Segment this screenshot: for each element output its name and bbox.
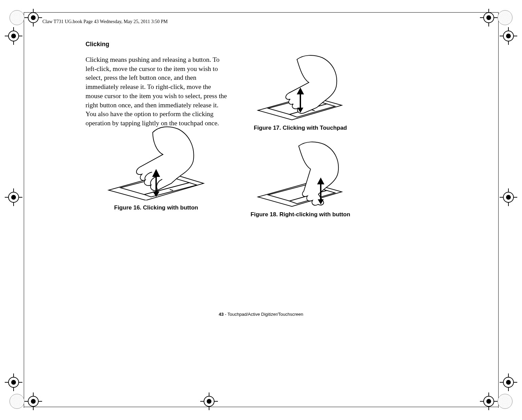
- reg-target-right-mid: [503, 192, 514, 203]
- footer-sep: -: [224, 312, 227, 317]
- reg-target-bottom-right: [483, 396, 494, 407]
- reg-target-left-mid-lower: [8, 377, 19, 388]
- figure-17: Figure 17. Clicking with Touchpad: [244, 53, 356, 131]
- crop-line-left: [24, 12, 24, 408]
- figure-16-caption: Figure 16. Clicking with button: [98, 204, 214, 211]
- corner-radial-bl: [10, 394, 24, 409]
- touchpad-right-click-illustration: [253, 139, 348, 207]
- reg-target-bottom-center: [204, 396, 215, 407]
- corner-radial-tr: [498, 10, 512, 25]
- footer-trail: Touchpad/Active Digitizer/Touchscreen: [227, 312, 303, 317]
- reg-target-top-right: [483, 12, 494, 23]
- page-number: 43: [219, 312, 223, 317]
- page-footer: 43 - Touchpad/Active Digitizer/Touchscre…: [0, 312, 522, 317]
- reg-target-top-left: [28, 12, 39, 23]
- corner-radial-tl: [10, 10, 24, 25]
- reg-target-right-mid-lower: [503, 377, 514, 388]
- figure-18: Figure 18. Right-clicking with button: [244, 139, 356, 218]
- reg-target-left-mid: [8, 192, 19, 203]
- reg-target-bottom-left: [28, 396, 39, 407]
- reg-target-right-mid-upper: [503, 31, 514, 41]
- section-body: Clicking means pushing and releasing a b…: [86, 55, 228, 128]
- figure-16: Figure 16. Clicking with button: [98, 122, 214, 211]
- corner-radial-br: [498, 394, 512, 409]
- crop-line-right: [498, 12, 499, 408]
- figure-17-caption: Figure 17. Clicking with Touchpad: [244, 125, 356, 131]
- figure-18-caption: Figure 18. Right-clicking with button: [244, 211, 356, 218]
- crop-line-top: [24, 12, 498, 13]
- touchpad-tap-illustration: [253, 53, 348, 121]
- crop-line-bottom: [24, 407, 498, 407]
- section-title: Clicking: [86, 41, 374, 48]
- touchpad-click-button-illustration: [102, 122, 210, 200]
- reg-target-left-mid-upper: [8, 31, 19, 41]
- header-note: Claw T731 UG.book Page 43 Wednesday, May…: [42, 19, 168, 24]
